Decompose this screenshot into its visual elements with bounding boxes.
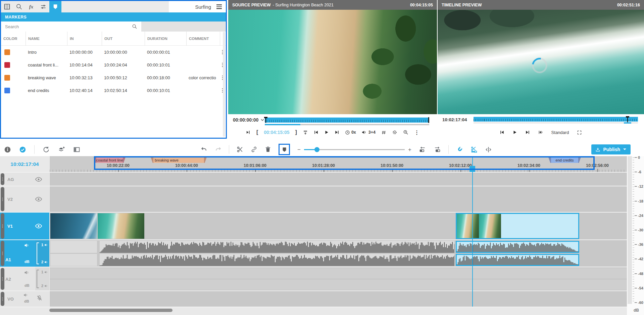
split-view-icon[interactable] xyxy=(73,146,80,153)
marker-table-row[interactable]: coastal front li... 10:00:14:04 10:00:24… xyxy=(1,58,226,71)
track-header-a2[interactable]: ⋮ A2 dB 1 2 xyxy=(0,267,49,290)
ripple-right-icon[interactable] xyxy=(434,146,441,153)
track-header-v2[interactable]: ⋮ V2 xyxy=(0,186,49,212)
playback-speed-control[interactable]: 0x xyxy=(345,130,356,135)
add-marker-button[interactable] xyxy=(279,144,290,155)
publish-dropdown-icon[interactable] xyxy=(623,148,627,151)
tab-media-library[interactable] xyxy=(1,1,13,12)
add-layer-icon[interactable] xyxy=(58,146,65,153)
marker-color-swatch[interactable] xyxy=(4,49,10,55)
audio-clip[interactable] xyxy=(100,254,454,266)
track-lane-ag[interactable] xyxy=(50,173,627,186)
next-frame-button[interactable] xyxy=(525,130,530,135)
track-drag-handle[interactable]: ⋮ xyxy=(1,292,4,306)
mark-in-bracket[interactable]: [ xyxy=(256,129,258,135)
next-frame-button[interactable] xyxy=(335,130,339,135)
zoom-in-icon[interactable] xyxy=(403,130,408,135)
track-header-v1[interactable]: ⋮ V1 xyxy=(0,213,49,239)
track-drag-handle[interactable]: ⋮ xyxy=(1,213,4,239)
settings-gear-icon[interactable] xyxy=(392,130,397,135)
speaker-icon[interactable] xyxy=(24,270,30,275)
speaker-icon[interactable] xyxy=(23,293,29,297)
ripple-left-icon[interactable] xyxy=(419,146,426,153)
db-gain-control[interactable]: dB xyxy=(24,299,29,303)
audio-clip-silent[interactable] xyxy=(50,254,97,266)
track-header-ag[interactable]: ⋮ AG xyxy=(0,173,49,186)
timeline-marker-chip[interactable]: coastal front line xyxy=(94,157,126,163)
channel-1-toggle[interactable]: 1 xyxy=(41,243,48,247)
track-lane-v2[interactable] xyxy=(50,186,627,212)
channel-2-toggle[interactable]: 2 xyxy=(41,260,48,264)
mark-out-bracket[interactable]: ] xyxy=(295,129,297,135)
jump-to-mark-icon[interactable] xyxy=(246,130,251,135)
marker-color-swatch[interactable] xyxy=(4,62,10,68)
track-drag-handle[interactable]: ⋮ xyxy=(1,268,4,290)
play-button[interactable] xyxy=(512,130,517,135)
marker-color-swatch[interactable] xyxy=(4,75,10,81)
track-drag-handle[interactable]: ⋮ xyxy=(1,241,4,266)
previous-frame-button[interactable] xyxy=(314,130,318,135)
approve-check-icon[interactable] xyxy=(19,146,26,153)
publish-button[interactable]: Publish xyxy=(591,144,631,154)
track-lane-v1[interactable] xyxy=(50,213,627,239)
source-video-viewport[interactable] xyxy=(228,10,437,114)
history-icon[interactable] xyxy=(43,146,50,153)
insert-icon[interactable] xyxy=(303,130,308,135)
snap-magnet-icon[interactable] xyxy=(456,146,463,153)
hamburger-menu-icon[interactable] xyxy=(216,4,222,9)
track-drag-handle[interactable]: ⋮ xyxy=(1,173,4,185)
timeline-ruler[interactable]: 10:00:22:00 10:00:44:00 10:01:06:00 10:0… xyxy=(50,156,627,172)
track-lane-a1[interactable] xyxy=(50,240,627,267)
play-button[interactable] xyxy=(324,130,329,135)
timeline-marker-chip[interactable]: end credits xyxy=(548,157,581,163)
timeline-scrub-playhead[interactable] xyxy=(627,116,628,122)
zoom-in-plus[interactable]: + xyxy=(408,147,411,152)
more-options-icon[interactable]: ⋮ xyxy=(414,129,419,136)
microphone-muted-icon[interactable] xyxy=(36,295,43,301)
audio-clip-silent[interactable] xyxy=(50,241,97,253)
timeline-scrub-bar[interactable] xyxy=(474,117,638,122)
marker-table-row[interactable]: end credits 10:02:40:14 10:02:50:14 00:0… xyxy=(1,84,226,97)
link-icon[interactable] xyxy=(251,146,257,153)
db-gain-control[interactable]: dB xyxy=(24,283,30,287)
video-clip-thumbnail[interactable] xyxy=(50,213,97,239)
audio-scrub-icon[interactable] xyxy=(538,130,543,135)
selected-audio-clip[interactable] xyxy=(456,254,579,266)
source-scrub-bar[interactable] xyxy=(265,118,429,123)
undo-icon[interactable] xyxy=(201,146,207,153)
tab-markers[interactable] xyxy=(49,1,61,12)
razor-clip-icon[interactable] xyxy=(470,146,478,153)
quality-selector[interactable]: Standard xyxy=(551,130,569,135)
timeline-playhead-handle[interactable] xyxy=(469,166,475,172)
video-clip-thumbnail[interactable] xyxy=(98,213,144,239)
tab-search[interactable] xyxy=(13,1,25,12)
zoom-slider-track[interactable] xyxy=(304,149,405,150)
speaker-icon[interactable] xyxy=(24,243,30,248)
track-header-a1[interactable]: ⋮ A1 dB 1 2 xyxy=(0,240,49,267)
marker-color-swatch[interactable] xyxy=(4,88,10,93)
markers-scrollbar[interactable] xyxy=(223,32,225,137)
timeline-marker-chip[interactable]: breaking wave xyxy=(151,157,207,163)
eye-visibility-icon[interactable] xyxy=(35,224,42,229)
marker-table-row[interactable]: breaking wave 10:00:32:13 10:00:50:12 00… xyxy=(1,71,226,84)
track-header-vo[interactable]: ⋮ VO dB xyxy=(0,291,49,307)
selected-video-clip[interactable] xyxy=(456,213,579,239)
fullscreen-icon[interactable] xyxy=(577,130,582,135)
audio-channels-control[interactable]: 3+4 xyxy=(362,130,376,135)
zoom-slider-thumb[interactable] xyxy=(314,147,319,152)
channel-2-toggle[interactable]: 2 xyxy=(41,284,48,288)
selected-audio-clip[interactable] xyxy=(456,241,579,253)
search-input[interactable] xyxy=(1,21,141,32)
channel-1-toggle[interactable]: 1 xyxy=(41,270,48,274)
search-icon[interactable] xyxy=(132,24,137,29)
eye-visibility-icon[interactable] xyxy=(35,177,42,182)
trim-tool-icon[interactable] xyxy=(485,146,492,153)
db-gain-control[interactable]: dB xyxy=(24,260,30,264)
zoom-out-minus[interactable]: − xyxy=(297,147,301,152)
previous-frame-button[interactable] xyxy=(500,130,504,135)
horizontal-scrollbar[interactable] xyxy=(49,309,172,312)
eye-visibility-icon[interactable] xyxy=(35,197,42,202)
source-timecode-dropdown[interactable]: 00:00:00:00 xyxy=(233,117,264,123)
marker-table-row[interactable]: Intro 10:00:00:00 10:00:00:00 00:00:00:0… xyxy=(1,46,226,58)
redo-icon[interactable] xyxy=(215,146,221,153)
